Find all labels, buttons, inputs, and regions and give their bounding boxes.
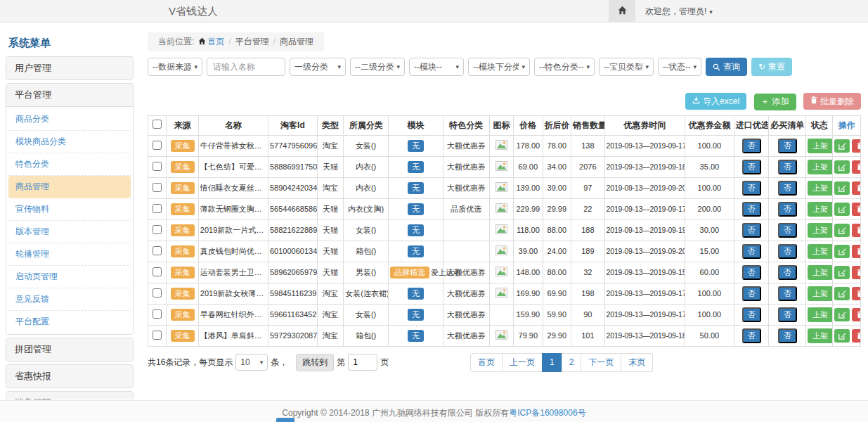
name-input[interactable] <box>207 58 285 76</box>
status-button[interactable]: 上架 <box>808 328 833 343</box>
delete-button[interactable] <box>852 308 860 321</box>
import-excel-button[interactable]: 导入excel <box>685 93 746 110</box>
module-select[interactable]: --模块--▾ <box>409 58 464 76</box>
select-all-checkbox[interactable] <box>153 120 162 129</box>
status-button[interactable]: 上架 <box>808 139 833 153</box>
sidebar-group-拼团管理[interactable]: 拼团管理 <box>6 338 133 361</box>
edit-button[interactable] <box>834 245 850 258</box>
delete-button[interactable] <box>852 139 860 153</box>
must-buy-toggle[interactable]: 否 <box>778 328 797 343</box>
import-select-toggle[interactable]: 否 <box>742 265 761 280</box>
edit-button[interactable] <box>834 266 850 279</box>
feature-category-select[interactable]: --特色分类--▾ <box>534 58 595 76</box>
status-button[interactable]: 上架 <box>808 181 833 196</box>
sidebar-group-消息管理[interactable]: 消息管理 <box>6 392 133 399</box>
sidebar-item-宣传物料[interactable]: 宣传物料 <box>8 198 131 221</box>
sidebar-item-模块商品分类[interactable]: 模块商品分类 <box>8 131 131 153</box>
import-select-toggle[interactable]: 否 <box>742 328 761 343</box>
delete-button[interactable] <box>852 287 860 300</box>
row-checkbox[interactable] <box>153 246 162 255</box>
must-buy-toggle[interactable]: 否 <box>778 307 797 322</box>
edit-button[interactable] <box>834 329 850 343</box>
delete-button[interactable] <box>852 245 860 258</box>
edit-button[interactable] <box>834 203 850 216</box>
level1-category-select[interactable]: 一级分类▾ <box>290 58 346 76</box>
must-buy-toggle[interactable]: 否 <box>778 223 797 238</box>
item-type-select[interactable]: --宝贝类型--▾ <box>599 58 654 76</box>
sidebar-group-用户管理[interactable]: 用户管理 <box>6 57 133 79</box>
page-button-1[interactable]: 1 <box>542 353 562 372</box>
import-select-toggle[interactable]: 否 <box>742 160 761 174</box>
sidebar-group-省惠快报[interactable]: 省惠快报 <box>6 365 133 388</box>
status-button[interactable]: 上架 <box>808 265 833 280</box>
breadcrumb-home-link[interactable]: 首页 <box>207 37 224 46</box>
must-buy-toggle[interactable]: 否 <box>778 244 797 259</box>
row-checkbox[interactable] <box>153 288 162 298</box>
edit-button[interactable] <box>834 224 850 237</box>
edit-button[interactable] <box>834 139 850 153</box>
row-checkbox[interactable] <box>153 141 162 150</box>
row-checkbox[interactable] <box>153 225 162 234</box>
import-select-toggle[interactable]: 否 <box>742 307 761 322</box>
edit-button[interactable] <box>834 160 850 174</box>
import-select-toggle[interactable]: 否 <box>742 244 761 259</box>
import-select-toggle[interactable]: 否 <box>742 223 761 238</box>
page-button-上一页[interactable]: 上一页 <box>502 353 543 372</box>
status-button[interactable]: 上架 <box>808 307 833 322</box>
delete-button[interactable] <box>852 181 860 195</box>
level2-category-select[interactable]: --二级分类--▾ <box>350 58 405 76</box>
page-number-input[interactable] <box>348 354 377 371</box>
delete-button[interactable] <box>852 224 860 237</box>
sidebar-item-意见反馈[interactable]: 意见反馈 <box>8 288 131 311</box>
must-buy-toggle[interactable]: 否 <box>778 139 797 153</box>
home-button[interactable] <box>609 0 635 23</box>
sidebar-item-平台配置[interactable]: 平台配置 <box>8 311 131 333</box>
row-checkbox[interactable] <box>153 162 162 171</box>
edit-button[interactable] <box>834 181 850 195</box>
delete-button[interactable] <box>852 160 860 174</box>
status-button[interactable]: 上架 <box>808 223 833 238</box>
status-button[interactable]: 上架 <box>808 286 833 301</box>
delete-button[interactable] <box>852 266 860 279</box>
must-buy-toggle[interactable]: 否 <box>778 181 797 196</box>
row-checkbox[interactable] <box>153 331 162 340</box>
sidebar-item-轮播管理[interactable]: 轮播管理 <box>8 243 131 266</box>
delete-button[interactable] <box>852 203 860 216</box>
search-button[interactable]: 查询 <box>706 58 747 76</box>
page-button-2[interactable]: 2 <box>562 353 582 372</box>
per-page-select[interactable]: 10▾ <box>235 354 268 371</box>
edit-button[interactable] <box>834 308 850 321</box>
row-checkbox[interactable] <box>153 309 162 319</box>
page-button-首页[interactable]: 首页 <box>470 353 503 372</box>
sidebar-item-特色分类[interactable]: 特色分类 <box>8 153 131 176</box>
row-checkbox[interactable] <box>153 267 162 276</box>
module-sub-category-select[interactable]: --模块下分类--▾ <box>468 58 530 76</box>
status-select[interactable]: --状态--▾ <box>658 58 701 76</box>
must-buy-toggle[interactable]: 否 <box>778 160 797 174</box>
import-select-toggle[interactable]: 否 <box>742 181 761 196</box>
jump-button[interactable]: 跳转到 <box>296 354 334 371</box>
must-buy-toggle[interactable]: 否 <box>778 286 797 301</box>
sidebar-item-商品管理[interactable]: 商品管理 <box>8 176 131 198</box>
sidebar-item-版本管理[interactable]: 版本管理 <box>8 221 131 243</box>
page-button-下一页[interactable]: 下一页 <box>581 353 621 372</box>
must-buy-toggle[interactable]: 否 <box>778 265 797 280</box>
edit-button[interactable] <box>834 287 850 300</box>
sidebar-item-启动页管理[interactable]: 启动页管理 <box>8 266 131 288</box>
data-source-select[interactable]: --数据来源--▾ <box>148 58 202 76</box>
import-select-toggle[interactable]: 否 <box>742 202 761 217</box>
status-button[interactable]: 上架 <box>808 244 833 259</box>
import-select-toggle[interactable]: 否 <box>742 139 761 153</box>
sidebar-group-平台管理[interactable]: 平台管理 <box>6 84 133 106</box>
sidebar-item-商品分类[interactable]: 商品分类 <box>8 108 131 131</box>
batch-delete-button[interactable]: 批量删除 <box>803 93 861 110</box>
status-button[interactable]: 上架 <box>808 202 833 217</box>
status-button[interactable]: 上架 <box>808 160 833 174</box>
add-button[interactable]: ＋添加 <box>754 94 796 110</box>
delete-button[interactable] <box>852 329 860 343</box>
must-buy-toggle[interactable]: 否 <box>778 202 797 217</box>
icp-link[interactable]: 粤ICP备16098006号 <box>509 408 585 418</box>
row-checkbox[interactable] <box>153 183 162 192</box>
import-select-toggle[interactable]: 否 <box>742 286 761 301</box>
reset-button[interactable]: ↻重置 <box>751 58 792 76</box>
